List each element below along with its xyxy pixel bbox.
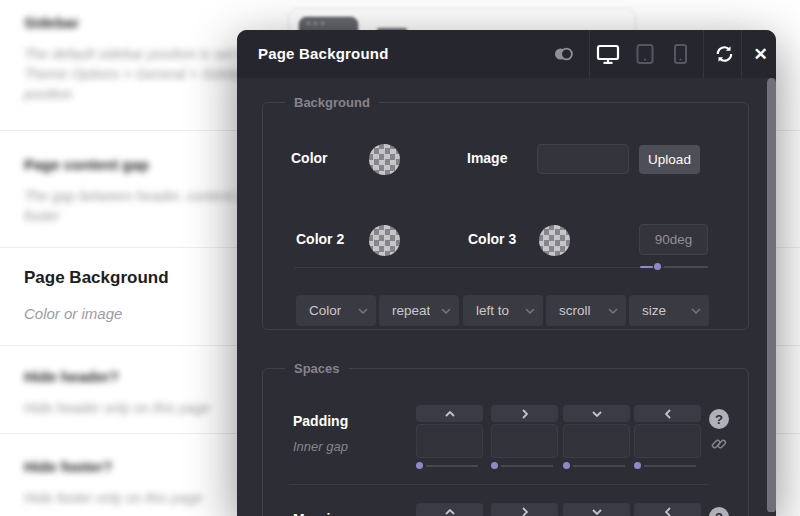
- stepper-down-button[interactable]: [563, 405, 630, 422]
- spaces-legend: Spaces: [285, 361, 349, 376]
- option-title: Sidebar: [24, 14, 274, 31]
- window-dots-icon: [307, 22, 324, 25]
- stepper-down-button[interactable]: [563, 503, 630, 516]
- angle-slider-fill: [640, 266, 653, 268]
- padding-top-slider-handle[interactable]: [416, 462, 423, 469]
- chevron-down-icon: [691, 308, 701, 314]
- padding-right-slider-handle[interactable]: [491, 462, 498, 469]
- chevron-left-icon: [665, 409, 671, 419]
- padding-left-slider-track[interactable]: [644, 465, 696, 467]
- padding-bottom-slider-track[interactable]: [573, 465, 625, 467]
- chevron-down-icon: [358, 308, 368, 314]
- padding-bottom-input[interactable]: [563, 424, 630, 458]
- background-section: Background Color Image Upload Color 2 Co…: [262, 95, 749, 330]
- angle-input[interactable]: [639, 224, 708, 255]
- close-glyph: ✕: [753, 44, 767, 65]
- spaces-section: Spaces Padding Inner gap: [262, 361, 749, 516]
- close-icon[interactable]: ✕: [745, 30, 776, 78]
- color2-swatch[interactable]: [369, 225, 400, 256]
- chevron-down-icon: [441, 308, 451, 314]
- link-values-icon[interactable]: [711, 436, 727, 456]
- padding-label: Padding: [293, 413, 348, 429]
- margin-label: Margin: [293, 511, 339, 516]
- color3-swatch[interactable]: [539, 225, 570, 256]
- color-label: Color: [291, 150, 328, 166]
- stepper-right-button[interactable]: [491, 503, 558, 516]
- background-legend: Background: [285, 95, 379, 110]
- color3-label: Color 3: [468, 231, 516, 247]
- padding-hint: Inner gap: [293, 439, 348, 454]
- attachment-select-value: scroll: [546, 303, 591, 318]
- angle-slider-handle[interactable]: [654, 263, 661, 270]
- chevron-up-icon: [445, 411, 455, 417]
- attachment-select[interactable]: scroll: [546, 295, 626, 326]
- modal-title: Page Background: [258, 30, 389, 78]
- desktop-icon[interactable]: [593, 30, 623, 78]
- padding-top-input[interactable]: [416, 424, 483, 458]
- size-select[interactable]: size: [629, 295, 709, 326]
- color-swatch[interactable]: [369, 144, 400, 175]
- refresh-icon[interactable]: [707, 30, 741, 78]
- modal-scrollbar: [767, 78, 776, 516]
- section-divider: [289, 484, 709, 485]
- image-input[interactable]: [537, 144, 629, 174]
- stepper-up-button[interactable]: [416, 405, 483, 422]
- padding-right-slider-track[interactable]: [501, 465, 553, 467]
- type-select[interactable]: Color: [296, 295, 376, 326]
- header-separator: [741, 30, 742, 78]
- help-glyph: ?: [715, 510, 723, 516]
- contrast-toggle-icon[interactable]: [546, 30, 582, 78]
- phone-icon[interactable]: [668, 30, 692, 78]
- chevron-right-icon: [522, 507, 528, 516]
- chevron-down-icon: [592, 509, 602, 515]
- stepper-up-button[interactable]: [416, 503, 483, 516]
- position-select-value: left to: [463, 303, 509, 318]
- screen: Sidebar The default sidebar position is …: [0, 0, 800, 516]
- tablet-icon[interactable]: [632, 30, 658, 78]
- chevron-down-icon: [608, 308, 618, 314]
- repeat-select-value: repeat: [379, 303, 430, 318]
- help-icon[interactable]: ?: [709, 409, 729, 429]
- help-glyph: ?: [715, 412, 723, 427]
- padding-left-slider-handle[interactable]: [634, 462, 641, 469]
- padding-bottom-slider-handle[interactable]: [563, 462, 570, 469]
- stepper-left-button[interactable]: [634, 503, 701, 516]
- header-separator: [589, 30, 590, 78]
- upload-button[interactable]: Upload: [639, 145, 700, 174]
- angle-slider-track[interactable]: [664, 266, 708, 268]
- size-select-value: size: [629, 303, 666, 318]
- padding-top-slider-track[interactable]: [426, 465, 478, 467]
- position-select[interactable]: left to: [463, 295, 543, 326]
- header-separator: [703, 30, 704, 78]
- modal-header: Page Background: [237, 30, 776, 78]
- repeat-select[interactable]: repeat: [379, 295, 459, 326]
- color2-label: Color 2: [296, 231, 344, 247]
- chevron-down-icon: [525, 308, 535, 314]
- help-icon[interactable]: ?: [709, 507, 729, 516]
- stepper-right-button[interactable]: [491, 405, 558, 422]
- chevron-left-icon: [665, 507, 671, 516]
- stepper-left-button[interactable]: [634, 405, 701, 422]
- chevron-up-icon: [445, 509, 455, 515]
- padding-left-input[interactable]: [634, 424, 701, 458]
- type-select-value: Color: [296, 303, 341, 318]
- chevron-right-icon: [522, 409, 528, 419]
- scrollbar-thumb[interactable]: [767, 78, 776, 512]
- padding-right-input[interactable]: [491, 424, 558, 458]
- chevron-down-icon: [592, 411, 602, 417]
- image-label: Image: [467, 150, 507, 166]
- page-background-modal: Page Background: [237, 30, 776, 516]
